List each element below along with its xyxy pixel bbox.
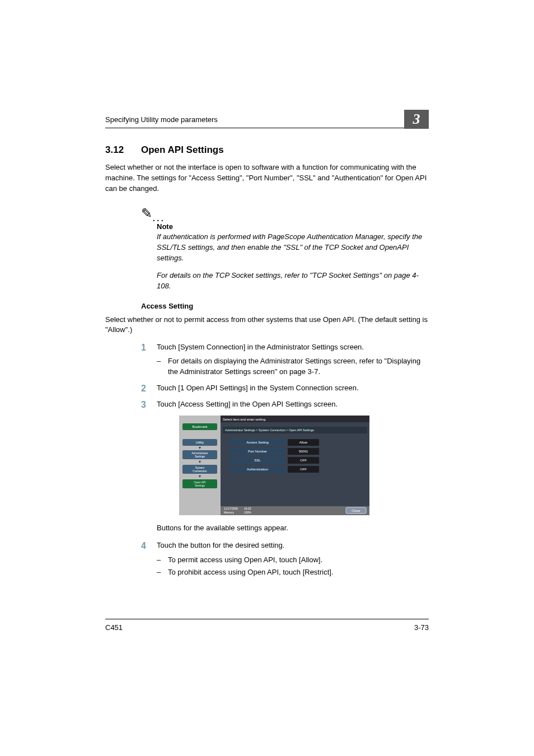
svg-text:Settings: Settings [195, 484, 205, 487]
device-screenshot: Select item and enter setting. Bookmark … [179, 416, 429, 515]
svg-text:▼: ▼ [198, 446, 202, 450]
step-4-text: Touch the button for the desired setting… [157, 540, 429, 551]
status-memory-label: Memory [224, 511, 235, 514]
footer-page-number: 3-73 [414, 623, 429, 632]
section-title-text: Open API Settings [141, 144, 224, 155]
authentication-value: OFF [300, 468, 307, 471]
section-heading: 3.12Open API Settings [105, 144, 429, 156]
svg-text:▼: ▼ [198, 460, 202, 464]
step-number-3: 3 [141, 399, 157, 410]
running-head: Specifying Utility mode parameters [105, 115, 218, 124]
step-4-subitem-2: – To prohibit access using Open API, tou… [157, 567, 429, 578]
chapter-number-box: 3 [404, 110, 429, 129]
screenshot-instruction: Select item and enter setting. [223, 418, 266, 421]
status-date: 11/17/2006 [224, 507, 238, 510]
footer-rule [105, 619, 429, 619]
authentication-label: Authentication [247, 468, 268, 471]
access-setting-label: Access Setting [246, 441, 269, 444]
step-4-sub1-text: To permit access using Open API, touch [… [168, 555, 322, 566]
step-number-4: 4 [141, 540, 157, 551]
utility-button: Utility [196, 441, 204, 444]
step-number-2: 2 [141, 383, 157, 394]
breadcrumb: Administrator Settings > System Connecti… [225, 428, 314, 432]
note-heading: Note [157, 222, 429, 231]
close-button: Close [352, 509, 360, 512]
svg-text:▼: ▼ [198, 474, 202, 478]
access-setting-intro: Select whether or not to permit access f… [105, 315, 429, 336]
access-setting-value: Allow [299, 441, 308, 444]
header-rule [105, 128, 429, 128]
note-body-1: If authentication is performed with Page… [157, 232, 429, 264]
status-memory-value: 100% [244, 511, 251, 514]
dash-icon: – [157, 567, 168, 578]
content-area: 3.12Open API Settings Select whether or … [105, 144, 429, 580]
dash-icon: – [157, 555, 168, 566]
port-number-value: 50001 [299, 450, 308, 453]
step-4-subitem-1: – To permit access using Open API, touch… [157, 555, 429, 566]
ssl-label: SSL [254, 459, 261, 462]
step-4: 4 Touch the button for the desired setti… [141, 540, 429, 551]
port-number-label: Port Number [248, 450, 267, 453]
svg-text:Settings: Settings [195, 455, 205, 458]
note-dots-icon: ... [152, 211, 165, 223]
step-3-text: Touch [Access Setting] in the Open API S… [157, 399, 429, 410]
step-1-text: Touch [System Connection] in the Adminis… [157, 342, 429, 353]
svg-rect-17 [221, 422, 369, 506]
access-setting-heading: Access Setting [141, 302, 429, 310]
step-1-sub-text: For details on displaying the Administra… [168, 356, 429, 377]
step-number-1: 1 [141, 342, 157, 353]
dash-icon: – [157, 356, 168, 377]
note-body-2: For details on the TCP Socket settings, … [157, 270, 429, 292]
step-3: 3 Touch [Access Setting] in the Open API… [141, 399, 429, 410]
step-1: 1 Touch [System Connection] in the Admin… [141, 342, 429, 353]
intro-paragraph: Select whether or not the interface is o… [105, 162, 429, 194]
bookmark-tab: Bookmark [192, 425, 208, 428]
step-2: 2 Touch [1 Open API Settings] in the Sys… [141, 383, 429, 394]
buttons-appear-text: Buttons for the available settings appea… [157, 523, 429, 534]
step-2-text: Touch [1 Open API Settings] in the Syste… [157, 383, 429, 394]
status-time: 16:22 [244, 507, 251, 510]
step-1-subitem: – For details on displaying the Administ… [157, 356, 429, 377]
chapter-number: 3 [413, 111, 420, 128]
footer-model: C451 [105, 623, 123, 632]
page: Specifying Utility mode parameters 3 3.1… [0, 0, 534, 756]
step-4-sub2-text: To prohibit access using Open API, touch… [168, 567, 334, 578]
note-icon: ✎... [141, 206, 165, 224]
screenshot-svg: Select item and enter setting. Bookmark … [179, 416, 369, 515]
ssl-value: OFF [300, 459, 307, 462]
section-number: 3.12 [105, 144, 141, 156]
svg-text:Connection: Connection [193, 469, 207, 473]
